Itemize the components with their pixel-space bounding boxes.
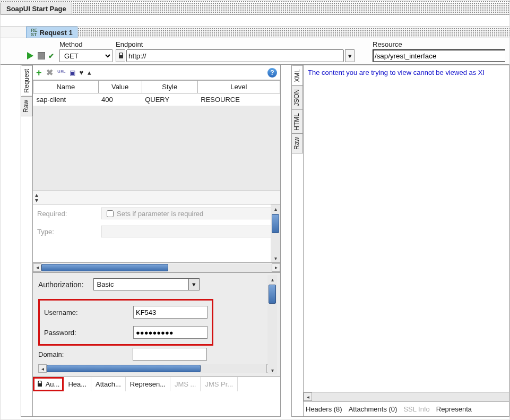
credentials-highlight: Username: Password: <box>38 299 213 346</box>
scroll-up-icon[interactable]: ▴ <box>267 275 277 284</box>
required-checkbox-label: Sets if parameter is required <box>117 210 203 218</box>
btab-headers[interactable]: Hea... <box>64 377 91 391</box>
btab-representations[interactable]: Represen... <box>126 377 170 391</box>
scroll-left-icon[interactable]: ◂ <box>38 364 47 373</box>
delete-icon[interactable]: ✖ <box>46 67 53 78</box>
authorization-panel: Authorization: Basic ▾ Username: Passwor… <box>33 272 280 376</box>
response-pane: XML JSON HTML Raw The content you are tr… <box>291 65 509 417</box>
method-label: Method <box>59 40 113 48</box>
scroll-track[interactable] <box>312 392 509 401</box>
edit-icon[interactable]: ▣ <box>70 69 75 76</box>
authorization-label: Authorization: <box>38 280 84 289</box>
btab-jms-properties[interactable]: JMS Pr... <box>201 377 238 391</box>
move-down-icon[interactable]: ▾ <box>35 198 38 203</box>
cell-style[interactable]: QUERY <box>142 93 197 106</box>
svg-rect-1 <box>119 55 123 58</box>
help-icon[interactable]: ? <box>267 68 277 78</box>
request-pane: Request Raw + ✖ ᵁᴿᴸ ▣ ♥ ▴ ? Name <box>21 65 281 417</box>
password-input[interactable] <box>133 326 208 339</box>
domain-input[interactable] <box>133 348 207 361</box>
request-toolbar: ✔ Method GET Endpoint ▾ Resource <box>1 38 509 65</box>
col-style[interactable]: Style <box>142 81 197 93</box>
resource-label: Resource <box>373 40 505 48</box>
scroll-thumb[interactable] <box>272 214 279 233</box>
spacer <box>1 15 509 27</box>
scroll-up-icon[interactable]: ▴ <box>271 204 280 213</box>
validate-icon[interactable]: ✔ <box>48 52 54 60</box>
rtab-representations[interactable]: Representa <box>436 405 472 413</box>
chevron-down-icon[interactable]: ▾ <box>188 279 199 290</box>
scroll-thumb[interactable] <box>41 264 168 271</box>
col-name[interactable]: Name <box>33 81 99 93</box>
endpoint-group: Endpoint ▾ <box>116 40 369 62</box>
reorder-controls: ▴ ▾ <box>33 191 280 204</box>
up-icon[interactable]: ▴ <box>88 68 91 76</box>
scroll-left-icon[interactable]: ◂ <box>304 392 312 401</box>
scroll-thumb[interactable] <box>47 365 201 372</box>
col-level[interactable]: Level <box>197 81 280 93</box>
type-label: Type: <box>37 228 101 236</box>
resource-input[interactable] <box>373 49 505 62</box>
auth-vscrollbar[interactable]: ▴ ▾ <box>267 275 277 374</box>
btab-auth[interactable]: Au... <box>33 377 64 391</box>
lock-icon[interactable] <box>116 49 125 62</box>
scroll-thumb[interactable] <box>269 285 276 304</box>
cell-value[interactable]: 400 <box>98 93 142 106</box>
params-empty-area <box>33 106 280 191</box>
auth-hscrollbar[interactable]: ◂ ▸ <box>38 364 275 373</box>
prop-vscrollbar[interactable]: ▴ ▾ <box>271 204 280 262</box>
btab-attachments[interactable]: Attach... <box>91 377 126 391</box>
endpoint-input[interactable] <box>126 49 344 62</box>
col-value[interactable]: Value <box>98 81 142 93</box>
rtab-ssl-info[interactable]: SSL Info <box>403 405 429 413</box>
btab-jms[interactable]: JMS ... <box>170 377 201 391</box>
cell-name[interactable]: sap-client <box>33 93 99 106</box>
tab-start-page[interactable]: SoapUI Start Page <box>1 3 72 14</box>
required-field[interactable]: Sets if parameter is required <box>101 208 276 219</box>
response-message: The content you are trying to view canno… <box>304 65 509 392</box>
response-rail-raw[interactable]: Raw <box>292 133 303 153</box>
response-rail-xml[interactable]: XML <box>292 65 303 86</box>
rtab-headers[interactable]: Headers (8) <box>306 405 342 413</box>
method-select[interactable]: GET <box>59 49 113 62</box>
scroll-left-icon[interactable]: ◂ <box>33 263 41 272</box>
response-rail-json[interactable]: JSON <box>292 85 303 110</box>
auth-type-select[interactable]: Basic ▾ <box>93 278 200 290</box>
table-row[interactable]: sap-client 400 QUERY RESOURCE <box>33 93 280 106</box>
scroll-down-icon[interactable]: ▾ <box>267 366 277 374</box>
url-icon[interactable]: ᵁᴿᴸ <box>57 69 65 76</box>
cell-level[interactable]: RESOURCE <box>197 93 280 106</box>
response-rail-html[interactable]: HTML <box>292 109 303 134</box>
prop-hscrollbar[interactable]: ◂ ▸ <box>33 262 280 272</box>
btab-auth-label: Au... <box>46 380 60 388</box>
param-properties-panel: Required: Sets if parameter is required … <box>33 204 280 262</box>
request-bottom-tabs: Au... Hea... Attach... Represen... JMS .… <box>33 376 280 391</box>
endpoint-dropdown-button[interactable]: ▾ <box>345 49 355 62</box>
scroll-right-icon[interactable]: ▸ <box>272 263 280 272</box>
rtab-attachments[interactable]: Attachments (0) <box>349 405 397 413</box>
tab-request-1[interactable]: REST Request 1 <box>26 27 77 38</box>
request-rail-request[interactable]: Request <box>21 65 32 97</box>
request-side-rail: Request Raw <box>21 65 33 416</box>
method-group: Method GET <box>59 40 113 62</box>
password-label: Password: <box>44 329 129 337</box>
scroll-down-icon[interactable]: ▾ <box>271 254 280 262</box>
resource-group: Resource <box>373 40 505 62</box>
required-checkbox[interactable] <box>107 210 114 217</box>
username-label: Username: <box>44 308 129 316</box>
domain-label: Domain: <box>38 350 128 358</box>
request-rail-raw[interactable]: Raw <box>21 96 32 116</box>
play-icon[interactable] <box>26 52 34 60</box>
required-label: Required: <box>37 210 101 218</box>
stop-icon[interactable] <box>38 52 45 59</box>
response-side-rail: XML JSON HTML Raw <box>292 65 304 416</box>
username-input[interactable] <box>133 306 208 319</box>
dotted-fill <box>77 28 509 37</box>
response-hscrollbar[interactable]: ◂ <box>304 392 509 401</box>
auth-type-value: Basic <box>94 279 188 290</box>
params-table: Name Value Style Level sap-client 400 QU… <box>33 80 280 106</box>
status-bar: response time: 183ms (29455 bytes) <box>1 417 509 420</box>
add-icon[interactable]: + <box>36 70 42 76</box>
heart-icon[interactable]: ♥ <box>80 68 84 76</box>
type-field[interactable] <box>101 226 276 237</box>
